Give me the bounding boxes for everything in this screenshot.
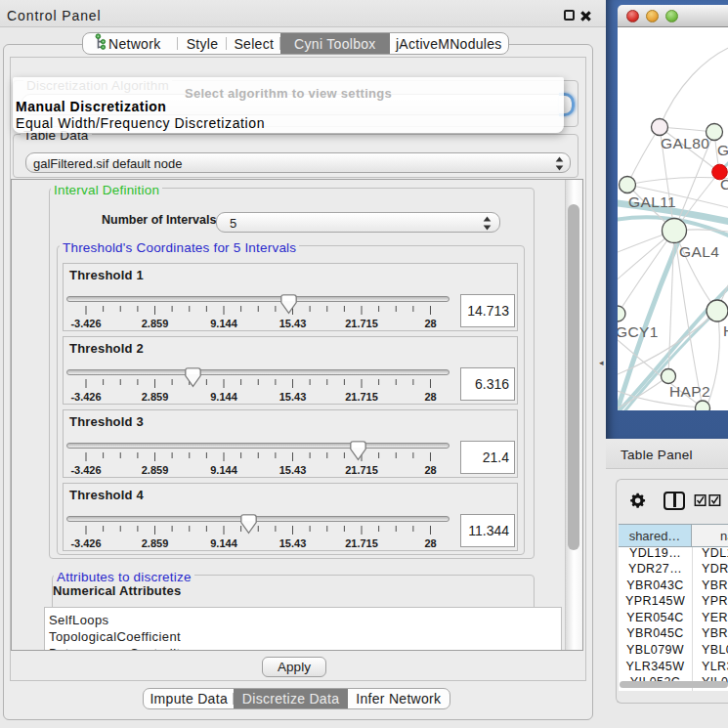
svg-text:CY: CY: [720, 176, 728, 193]
svg-text:GAL80: GAL80: [661, 135, 709, 151]
svg-text:GCY1: GCY1: [618, 323, 659, 340]
svg-text:HA: HA: [723, 322, 728, 339]
svg-text:GAL11: GAL11: [628, 193, 676, 210]
svg-text:GA: GA: [717, 142, 728, 158]
svg-text:HAP2: HAP2: [669, 383, 710, 400]
svg-text:GAL4: GAL4: [679, 243, 719, 260]
